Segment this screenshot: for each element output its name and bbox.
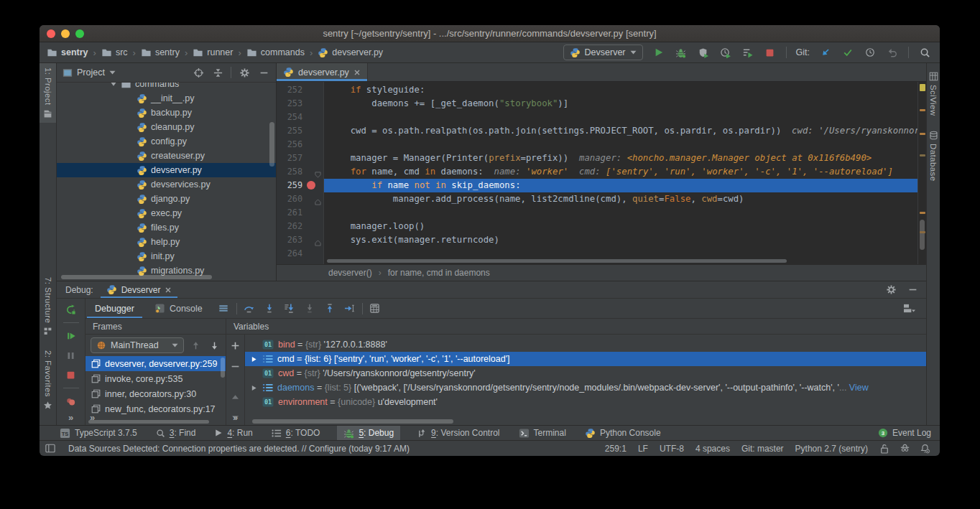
error-stripe-mark[interactable] (920, 109, 925, 111)
add-watch-button[interactable] (229, 339, 242, 352)
mute-breakpoints-button[interactable] (65, 395, 78, 408)
force-step-into-button[interactable] (302, 301, 318, 317)
frame-row[interactable]: inner, decorators.py:30 (85, 386, 226, 401)
error-stripe-mark[interactable] (920, 84, 925, 91)
stripe-item-project[interactable]: 1: Project (40, 63, 56, 123)
settings-button[interactable] (238, 66, 251, 79)
tree-item-exec.py[interactable]: exec.py (57, 206, 276, 220)
breadcrumb-item[interactable]: commands (246, 47, 305, 58)
close-icon[interactable] (165, 286, 172, 294)
breadcrumb-item[interactable]: sentry (141, 47, 180, 58)
stop-button[interactable] (764, 46, 777, 59)
line-number[interactable]: 256 (277, 138, 302, 151)
code-line-253[interactable]: 253 daemons += [_get_daemon("storybook")… (277, 97, 926, 111)
spy-icon[interactable] (898, 442, 911, 455)
breakpoint-dot[interactable] (307, 181, 315, 190)
status-widget[interactable]: Git: master (741, 444, 784, 454)
code-line-262[interactable]: 262 manager.loop() (277, 220, 926, 233)
code-line-261[interactable]: 261 (277, 206, 926, 220)
rerun-button[interactable] (65, 303, 78, 316)
view-link[interactable]: View (849, 383, 869, 393)
code-area[interactable]: 252 if styleguide: 253 daemons += [_get_… (277, 82, 926, 264)
error-stripe-mark[interactable] (920, 231, 925, 233)
prev-occurrence-button[interactable] (229, 391, 242, 403)
chevron-down-icon[interactable] (109, 70, 116, 75)
stripe-item-structure[interactable]: 7: Structure (40, 273, 56, 340)
notifications-icon[interactable] (918, 442, 931, 455)
line-number[interactable]: 260 (277, 192, 302, 206)
thread-select[interactable]: MainThread (91, 337, 184, 353)
project-vertical-scrollbar[interactable] (269, 122, 274, 167)
settings-button[interactable] (884, 284, 897, 296)
variable-row-bind[interactable]: 01 bind = {str} '127.0.0.1:8888' (245, 337, 926, 352)
editor-breadcrumb-item[interactable]: for name, cmd in daemons (388, 268, 490, 278)
tree-item-devservices.py[interactable]: devservices.py (57, 177, 276, 192)
tree-item-devserver.py[interactable]: devserver.py (57, 163, 276, 177)
line-number[interactable]: 259 (277, 179, 302, 192)
project-panel-title[interactable]: Project (77, 67, 105, 78)
view-options-button[interactable] (215, 302, 232, 315)
frame-row[interactable]: new_func, decorators.py:17 (85, 401, 226, 416)
variable-row-cwd[interactable]: 01 cwd = {str} '/Users/ryanskonnord/gets… (245, 366, 926, 380)
variable-row-cmd[interactable]: cmd = {list: 6} ['sentry', 'run', 'worke… (245, 352, 926, 366)
status-message[interactable]: Data Sources Detected: Connection proper… (68, 444, 595, 454)
editor-horizontal-scrollbar[interactable] (327, 259, 787, 263)
step-out-button[interactable] (322, 301, 338, 317)
tree-item-commands[interactable]: commands (57, 83, 276, 91)
error-stripe-mark[interactable] (920, 212, 925, 214)
breadcrumb-item[interactable]: sentry (47, 47, 88, 58)
stripe-item-sciview[interactable]: SciView (927, 67, 940, 121)
tree-item-config.py[interactable]: config.py (57, 134, 276, 149)
line-number[interactable]: 261 (277, 206, 302, 220)
lock-icon[interactable] (878, 442, 891, 455)
commit-button[interactable] (841, 46, 854, 59)
search-everywhere-button[interactable] (918, 46, 931, 59)
toolwindow-button-TypeScript 3.7.5[interactable]: TSTypeScript 3.7.5 (58, 426, 139, 440)
update-project-button[interactable] (819, 46, 832, 59)
breadcrumb-item[interactable]: devserver.py (318, 47, 383, 58)
code-line-254[interactable]: 254 (277, 111, 926, 124)
layout-settings-button[interactable] (900, 302, 917, 315)
editor-vertical-scrollbar[interactable] (920, 220, 925, 250)
status-widget[interactable]: Python 2.7 (sentry) (795, 444, 868, 454)
run-with-button[interactable] (741, 46, 754, 59)
frames-horizontal-scrollbar[interactable] (88, 420, 209, 424)
next-frame-button[interactable] (208, 339, 221, 352)
run-to-cursor-button[interactable] (342, 301, 358, 317)
toggle-panels-icon[interactable] (45, 444, 55, 453)
tree-item-django.py[interactable]: django.py (57, 192, 276, 206)
line-number[interactable]: 254 (277, 111, 302, 124)
code-line-263[interactable]: 263 sys.exit(manager.returncode) (277, 233, 926, 247)
evaluate-expression-button[interactable] (367, 301, 383, 317)
error-stripe-mark[interactable] (920, 133, 925, 135)
line-number[interactable]: 262 (277, 220, 302, 233)
prev-frame-button[interactable] (189, 339, 202, 352)
title-bar[interactable]: sentry [~/getsentry/sentry] - .../src/se… (40, 25, 940, 42)
code-line-252[interactable]: 252 if styleguide: (277, 83, 926, 97)
line-number[interactable]: 253 (277, 97, 302, 111)
locate-button[interactable] (192, 66, 205, 79)
tree-item-init.py[interactable]: init.py (57, 249, 276, 263)
frame-row[interactable]: invoke, core.py:535 (85, 371, 226, 386)
hide-button[interactable] (906, 284, 919, 296)
close-icon[interactable] (353, 69, 361, 76)
status-widget[interactable]: 4 spaces (695, 444, 730, 454)
code-line-260[interactable]: 260 manager.add_process(name, list2cmdli… (277, 192, 926, 206)
status-widget[interactable]: UTF-8 (660, 444, 684, 454)
remove-watch-button[interactable] (229, 360, 242, 373)
expand-arrow-icon[interactable] (249, 356, 258, 363)
run-with-coverage-button[interactable] (697, 46, 710, 59)
close-window-button[interactable] (47, 29, 55, 38)
tab-debugger[interactable]: Debugger (87, 299, 142, 318)
toolwindow-button-5: Debug[interactable]: 5: Debug (337, 426, 400, 440)
run-button[interactable] (652, 46, 665, 59)
line-number[interactable]: 252 (277, 83, 302, 97)
toolwindow-button-Terminal[interactable]: Terminal (517, 426, 568, 440)
line-number[interactable]: 263 (277, 233, 302, 247)
code-line-256[interactable]: 256 (277, 138, 926, 151)
variables-horizontal-scrollbar[interactable] (252, 419, 453, 424)
resume-button[interactable] (65, 330, 78, 342)
step-over-button[interactable] (241, 301, 257, 317)
chevron-down-icon[interactable] (110, 83, 117, 88)
code-line-259[interactable]: 259 if name not in skip_daemons: (277, 179, 926, 192)
